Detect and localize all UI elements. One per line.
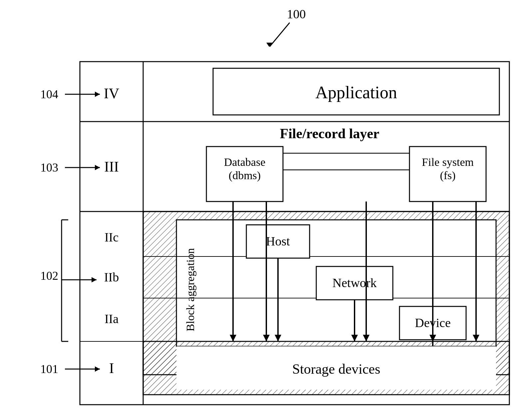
- file-record-layer-label: File/record layer: [280, 126, 380, 141]
- svg-line-1: [270, 23, 290, 47]
- application-label: Application: [315, 83, 397, 102]
- ref-104-label: 104: [40, 88, 58, 101]
- network-label: Network: [333, 276, 377, 290]
- layer-iib-label: IIb: [104, 270, 119, 284]
- block-aggregation-label: Block aggregation: [184, 248, 196, 331]
- ref-101-label: 101: [40, 362, 58, 376]
- svg-marker-11: [95, 165, 100, 170]
- layer-iv-label: IV: [104, 85, 120, 102]
- layer-iia-label: IIa: [105, 312, 119, 326]
- ref-100-label: 100: [287, 7, 306, 21]
- layer-iic-label: IIc: [105, 230, 119, 244]
- layer-iii-label: III: [104, 159, 119, 175]
- layer-i-label: I: [109, 360, 114, 376]
- svg-marker-8: [95, 92, 100, 97]
- svg-marker-27: [92, 277, 97, 282]
- ref-103-label: 103: [40, 161, 58, 174]
- svg-marker-29: [95, 366, 100, 372]
- database-sub-label: (dbms): [229, 169, 261, 182]
- file-system-label: File system: [422, 156, 474, 168]
- database-label: Database: [224, 156, 266, 168]
- storage-devices-label: Storage devices: [292, 361, 381, 377]
- ref-102-label: 102: [40, 269, 58, 282]
- file-system-sub-label: (fs): [440, 169, 455, 182]
- host-label: Host: [266, 234, 290, 248]
- diagram: 100 IV Application 104 III 103 File/reco…: [0, 0, 525, 420]
